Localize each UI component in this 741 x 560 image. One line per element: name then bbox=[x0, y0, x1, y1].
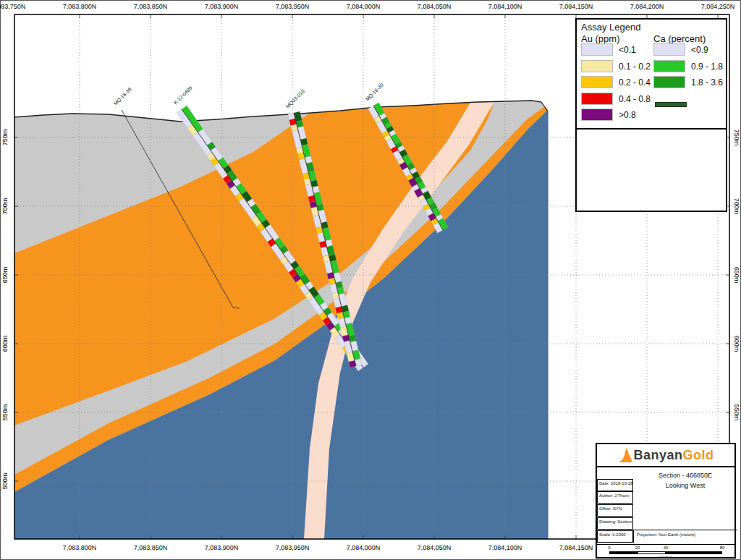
axis-label-top-3: 7,083,900N bbox=[205, 3, 239, 10]
axis-label-left-3: 600m bbox=[1, 336, 9, 352]
legend-title: Assay Legend bbox=[581, 22, 640, 33]
axis-label-top-1: 7,083,800N bbox=[63, 3, 97, 10]
axis-label-right-4: 550m bbox=[733, 404, 740, 421]
field-office: Office: SYN bbox=[597, 504, 633, 517]
scalebar-tick-80: 80 bbox=[720, 546, 725, 550]
axis-label-bottom-5: 7,084,050N bbox=[418, 544, 452, 551]
legend-ca-header: Ca (percent) bbox=[653, 33, 706, 44]
logo-text: BanyanGold bbox=[633, 448, 714, 463]
legend-au-item-3-label: 0.4 - 0.8 bbox=[619, 94, 651, 104]
field-projection: Projection: Non-Earth (meters) bbox=[633, 530, 737, 543]
field-date: Date: 2018-10-28 bbox=[597, 479, 633, 491]
axis-label-bottom-3: 7,083,950N bbox=[276, 544, 310, 551]
drillhole-label: MQ-18-30 bbox=[365, 82, 385, 102]
axis-label-bottom-1: 7,083,850N bbox=[134, 544, 168, 551]
section-subtitle: Looking West bbox=[633, 482, 737, 489]
scale-bar: 0 20 40 80 metres bbox=[597, 544, 734, 559]
scalebar-tick-40: 40 bbox=[664, 546, 669, 550]
legend-au-item-1-label: 0.1 - 0.2 bbox=[619, 61, 651, 72]
scalebar-segment-white bbox=[638, 551, 666, 554]
axis-label-right-1: 700m bbox=[733, 198, 740, 215]
legend-ca-item-1-label: 0.9 - 1.8 bbox=[691, 61, 723, 72]
legend-ca-item-2-swatch bbox=[653, 76, 685, 88]
scalebar-segment-black1 bbox=[609, 551, 638, 554]
scalebar-segment-black2 bbox=[666, 551, 722, 554]
axis-label-right-3: 600m bbox=[733, 336, 740, 352]
legend-au-item-2-swatch bbox=[581, 76, 613, 88]
drillhole-label: K-12-0489 bbox=[173, 85, 193, 106]
axis-label-bottom-0: 7,083,800N bbox=[63, 544, 97, 551]
legend-au-item-1-swatch bbox=[581, 60, 613, 72]
legend-ca-item-1-swatch bbox=[653, 60, 685, 72]
axis-label-bottom-6: 7,084,100N bbox=[488, 544, 522, 551]
field-drawing: Drawing: Section bbox=[597, 517, 633, 530]
axis-label-right-2: 650m bbox=[733, 267, 740, 284]
assay-legend: Assay Legend Au (ppm) Ca (percent) <0.10… bbox=[575, 18, 727, 212]
legend-au-item-3-swatch bbox=[581, 93, 613, 105]
axis-label-top-7: 7,084,100N bbox=[488, 3, 522, 10]
axis-label-top-4: 7,083,950N bbox=[276, 3, 310, 10]
legend-ca-item-0-swatch bbox=[653, 43, 685, 56]
legend-au-item-2-label: 0.2 - 0.4 bbox=[619, 77, 651, 88]
legend-ca-item-2-label: 1.8 - 3.6 bbox=[691, 77, 723, 88]
legend-divider bbox=[577, 128, 726, 130]
drillhole-label: MQ03-010 bbox=[285, 88, 306, 109]
banyan-gold-logo: BanyanGold bbox=[597, 444, 734, 467]
axis-label-top-9: 7,084,200N bbox=[630, 3, 664, 10]
axis-label-bottom-7: 7,084,150N bbox=[559, 544, 593, 551]
axis-label-top-8: 7,084,150N bbox=[559, 3, 593, 10]
legend-ca-bar-swatch bbox=[655, 102, 687, 107]
axis-label-right-0: 750m bbox=[733, 130, 740, 146]
field-author: Author: J.Thom bbox=[597, 491, 633, 504]
field-scale: Scale: 1:2000 bbox=[597, 530, 633, 543]
axis-label-left-0: 750m bbox=[1, 130, 9, 146]
scalebar-tick-0: 0 bbox=[608, 546, 610, 550]
drillhole-label: MQ-18-36 bbox=[113, 86, 133, 106]
legend-ca-item-0-label: <0.9 bbox=[691, 45, 708, 55]
legend-au-item-0-label: <0.1 bbox=[619, 45, 636, 55]
legend-au-item-0-swatch bbox=[581, 43, 613, 56]
title-block-fields: Section - 466850E Looking West Date: 201… bbox=[597, 467, 734, 543]
axis-label-top-5: 7,084,000N bbox=[347, 3, 381, 10]
title-block: BanyanGold Section - 466850E Looking Wes… bbox=[596, 443, 736, 559]
axis-label-top-0: 7,083,750N bbox=[0, 3, 25, 10]
legend-au-header: Au (ppm) bbox=[581, 33, 619, 44]
axis-label-left-2: 650m bbox=[1, 267, 9, 284]
axis-label-left-5: 500m bbox=[1, 473, 9, 490]
axis-label-top-10: 7,084,250N bbox=[701, 3, 735, 10]
axis-label-top-6: 7,084,050N bbox=[418, 3, 452, 10]
legend-au-item-4-label: >0.8 bbox=[619, 110, 636, 120]
scalebar-tick-20: 20 bbox=[635, 546, 640, 550]
legend-au-item-4-swatch bbox=[581, 109, 613, 121]
axis-label-bottom-2: 7,083,900N bbox=[205, 544, 239, 551]
mountain-logo-icon bbox=[617, 446, 633, 464]
axis-label-left-4: 550m bbox=[1, 404, 9, 421]
axis-label-top-2: 7,083,850N bbox=[134, 3, 168, 10]
scalebar-unit: metres bbox=[597, 555, 734, 559]
axis-label-left-1: 700m bbox=[1, 198, 9, 215]
axis-label-bottom-4: 7,084,000N bbox=[347, 544, 381, 551]
section-title: Section - 466850E bbox=[633, 472, 737, 479]
section-page: { "axes": { "top_labels": ["7,083,750N",… bbox=[0, 0, 741, 560]
